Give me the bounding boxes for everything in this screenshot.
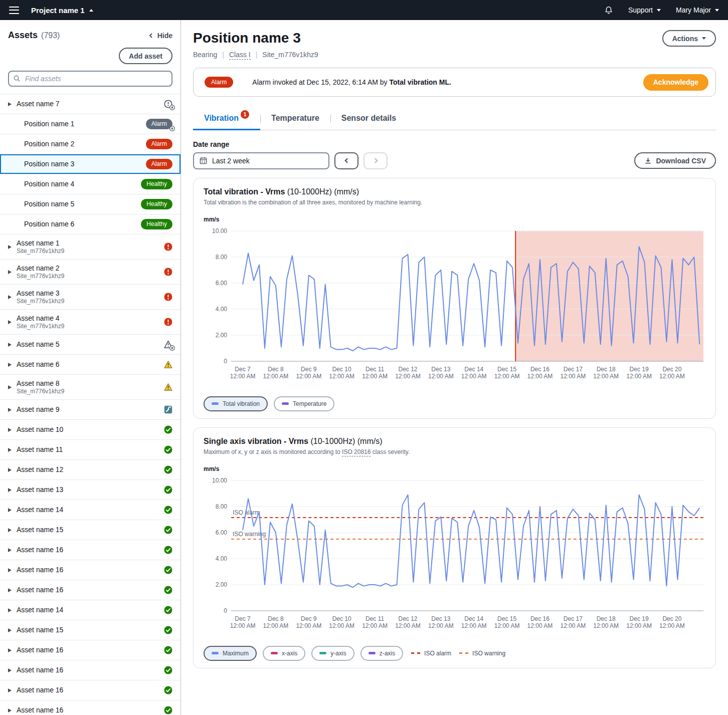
tab-temperature[interactable]: Temperature	[260, 109, 330, 130]
asset-row[interactable]: Asset name 2Site_m776v1khz9	[0, 260, 180, 285]
asset-row[interactable]: Asset name 16	[0, 560, 180, 580]
asset-search-input[interactable]	[8, 71, 172, 87]
asset-row[interactable]: Asset name 14	[0, 500, 180, 520]
expand-icon[interactable]	[8, 648, 12, 652]
position-row[interactable]: Position name 4Healthy	[0, 174, 180, 194]
expand-icon[interactable]	[8, 488, 12, 492]
healthy-icon	[164, 526, 172, 534]
expand-icon[interactable]	[8, 528, 12, 532]
position-row[interactable]: Position name 6Healthy	[0, 214, 180, 234]
download-csv-button[interactable]: Download CSV	[634, 152, 716, 169]
asset-row[interactable]: Asset name 9	[0, 400, 180, 420]
expand-icon[interactable]	[8, 408, 12, 412]
asset-row[interactable]: Asset name 10	[0, 420, 180, 440]
expand-icon[interactable]	[8, 320, 12, 324]
asset-row[interactable]: Asset name 5	[0, 335, 180, 355]
asset-row[interactable]: Asset name 14	[0, 600, 180, 620]
asset-row[interactable]: Asset name 6	[0, 355, 180, 375]
expand-icon[interactable]	[8, 102, 12, 106]
asset-row[interactable]: Asset name 16	[0, 680, 180, 700]
asset-row[interactable]: Asset name 11	[0, 440, 180, 460]
expand-icon[interactable]	[8, 568, 12, 572]
asset-row[interactable]: Asset name 8Site_m776v1khz9	[0, 375, 180, 400]
expand-icon[interactable]	[8, 245, 12, 249]
position-row[interactable]: Position name 2Alarm	[0, 134, 180, 154]
asset-row[interactable]: Asset name 13	[0, 480, 180, 500]
expand-icon[interactable]	[8, 548, 12, 552]
support-label: Support	[628, 6, 653, 14]
date-range-select[interactable]: Last 2 week	[193, 152, 329, 169]
legend-chip-total-vibration[interactable]: Total vibration	[204, 396, 268, 411]
svg-text:Dec 15: Dec 15	[497, 366, 516, 373]
expand-icon[interactable]	[8, 363, 12, 367]
notifications-icon[interactable]	[604, 6, 613, 15]
next-range-button[interactable]	[363, 152, 388, 169]
asset-row[interactable]: Asset name 4Site_m776v1khz9	[0, 310, 180, 335]
legend-chip-maximum[interactable]: Maximum	[204, 646, 257, 661]
legend-chip-z-axis[interactable]: z-axis	[360, 646, 403, 661]
page-title: Position name 3	[193, 30, 301, 46]
position-row[interactable]: Position name 5Healthy	[0, 194, 180, 214]
healthy-icon	[164, 445, 172, 454]
expand-icon[interactable]	[8, 608, 12, 612]
actions-button[interactable]: Actions	[662, 30, 716, 47]
legend-chip-temperature[interactable]: Temperature	[274, 396, 334, 411]
total-vibration-chart[interactable]: 02.004.006.008.0010.00Dec 712:00 AMDec 8…	[204, 225, 705, 392]
position-row[interactable]: Position name 1Alarm	[0, 114, 180, 134]
healthy-icon	[164, 465, 172, 474]
expand-icon[interactable]	[8, 508, 12, 512]
chart-legend: Maximumx-axisy-axisz-axisISO alarmISO wa…	[204, 646, 705, 661]
item-label: Position name 6	[24, 219, 74, 228]
hide-panel-button[interactable]: Hide	[148, 32, 172, 40]
prev-range-button[interactable]	[334, 152, 358, 169]
class-info-link[interactable]: Class I	[229, 51, 251, 60]
svg-text:12:00 AM: 12:00 AM	[626, 373, 652, 380]
asset-row[interactable]: Asset name 1Site_m776v1khz9	[0, 234, 180, 260]
legend-chip-y-axis[interactable]: y-axis	[311, 646, 354, 661]
asset-row[interactable]: Asset name 3Site_m776v1khz9	[0, 285, 180, 310]
add-asset-button[interactable]: Add asset	[119, 48, 172, 64]
tab-vibration[interactable]: Vibration1	[193, 109, 260, 130]
svg-text:Dec 7: Dec 7	[235, 366, 251, 373]
position-row[interactable]: Position name 3Alarm	[0, 154, 180, 174]
legend-chip-x-axis[interactable]: x-axis	[263, 646, 305, 661]
expand-icon[interactable]	[8, 708, 12, 712]
item-label: Asset name 12	[17, 465, 63, 474]
tab-sensor-details[interactable]: Sensor details	[330, 109, 407, 130]
single-axis-chart[interactable]: 02.004.006.008.0010.00Dec 712:00 AMDec 8…	[204, 474, 705, 642]
expand-icon[interactable]	[8, 428, 12, 432]
asset-row[interactable]: Asset name 15	[0, 520, 180, 540]
asset-row[interactable]: Asset name 16	[0, 640, 180, 660]
expand-icon[interactable]	[8, 448, 12, 452]
asset-row[interactable]: Asset name 16	[0, 700, 180, 715]
asset-row[interactable]: Asset name 7	[0, 94, 180, 114]
iso-standard-link[interactable]: ISO 20816	[342, 448, 371, 456]
expand-icon[interactable]	[8, 343, 12, 347]
asset-row[interactable]: Asset name 15	[0, 620, 180, 640]
menu-icon[interactable]	[9, 7, 19, 14]
support-menu[interactable]: Support	[628, 6, 661, 14]
expand-icon[interactable]	[8, 270, 12, 274]
expand-icon[interactable]	[8, 668, 12, 672]
chevron-left-icon	[148, 33, 154, 39]
project-selector[interactable]: Project name 1	[31, 6, 93, 15]
status-badge: Alarm	[146, 159, 172, 170]
expand-icon[interactable]	[8, 628, 12, 632]
asset-row[interactable]: Asset name 16	[0, 580, 180, 600]
user-menu[interactable]: Mary Major	[676, 6, 719, 14]
asset-row[interactable]: Asset name 12	[0, 460, 180, 480]
assets-panel-title: Assets (793)	[8, 30, 60, 41]
asset-row[interactable]: Asset name 16	[0, 660, 180, 680]
healthy-icon	[164, 546, 172, 554]
svg-text:12:00 AM: 12:00 AM	[395, 373, 421, 380]
svg-text:Dec 9: Dec 9	[301, 366, 317, 373]
expand-icon[interactable]	[8, 468, 12, 472]
asset-row[interactable]: Asset name 16	[0, 540, 180, 560]
alarm-badge: Alarm	[205, 77, 233, 88]
expand-icon[interactable]	[8, 688, 12, 692]
acknowledge-button[interactable]: Acknowledge	[643, 74, 708, 91]
series-swatch	[212, 402, 219, 405]
expand-icon[interactable]	[8, 588, 12, 592]
expand-icon[interactable]	[8, 385, 12, 389]
expand-icon[interactable]	[8, 295, 12, 299]
